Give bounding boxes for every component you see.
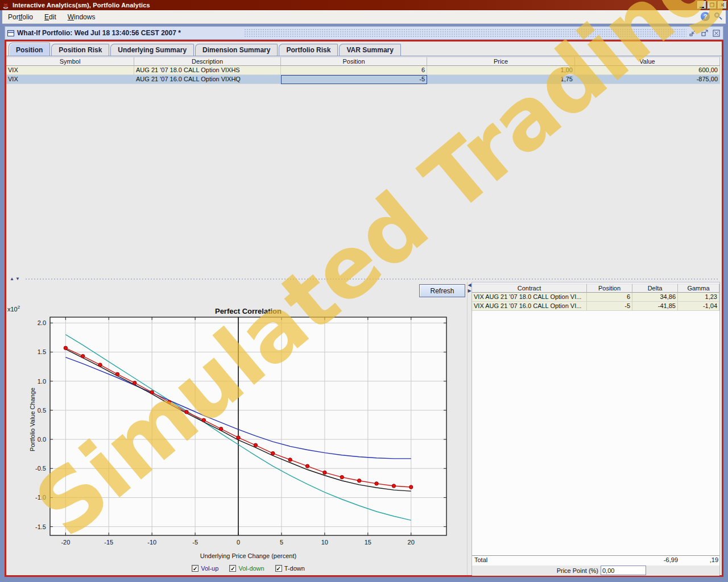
checkbox-checked-icon[interactable] — [229, 565, 236, 572]
chart-panel: -20-15-10-5051015202.01.51.00.50.0-0.5-1… — [6, 282, 467, 575]
tab-underlying-summary[interactable]: Underlying Summary — [110, 44, 194, 56]
splitter-collapse-down-icon[interactable]: ▼ — [15, 277, 20, 281]
horizontal-splitter[interactable]: ▲ ▼ — [6, 276, 720, 282]
window-title: Interactive Analytics(sm), Portfolio Ana… — [13, 2, 150, 9]
cell-gamma[interactable]: 1,23 — [678, 293, 719, 302]
help-icon[interactable]: ? — [701, 12, 710, 21]
col-delta[interactable]: Delta — [632, 284, 678, 293]
restore-button[interactable]: ❐ — [708, 1, 717, 9]
menu-bar: Portfolio Edit Windows ? — [2, 10, 726, 24]
splitter-collapse-up-icon[interactable]: ▲ — [10, 277, 14, 281]
correlation-chart: -20-15-10-5051015202.01.51.00.50.0-0.5-1… — [6, 282, 467, 575]
tab-bar: Position Position Risk Underlying Summar… — [6, 43, 722, 56]
cell-delta[interactable]: -41,85 — [632, 302, 678, 311]
svg-text:5: 5 — [280, 539, 283, 546]
cell-symbol[interactable]: VIX — [6, 75, 134, 84]
svg-text:-1.5: -1.5 — [35, 523, 46, 530]
col-description[interactable]: Description — [134, 57, 281, 66]
internal-frame-titlebar[interactable]: What-If Portfolio: Wed Jul 18 13:40:56 C… — [5, 26, 723, 40]
price-point-input[interactable] — [601, 566, 646, 575]
table-row[interactable]: VIX AUG 21 '07 18.0 CALL Option VI... 6 … — [472, 293, 719, 302]
refresh-button[interactable]: Refresh — [419, 284, 465, 297]
close-icon — [713, 30, 720, 37]
menu-windows[interactable]: Windows — [62, 11, 101, 23]
title-bar: Interactive Analytics(sm), Portfolio Ana… — [0, 0, 728, 10]
application-window: Interactive Analytics(sm), Portfolio Ana… — [0, 0, 728, 582]
menu-portfolio[interactable]: Portfolio — [2, 11, 39, 23]
cell-gamma[interactable]: -1,04 — [678, 302, 719, 311]
tab-position-risk[interactable]: Position Risk — [51, 44, 109, 56]
internal-frame-title: What-If Portfolio: Wed Jul 18 13:40:56 C… — [17, 29, 181, 37]
cell-position[interactable]: 6 — [281, 66, 427, 75]
col-symbol[interactable]: Symbol — [6, 57, 134, 66]
table-row-selected[interactable]: VIX AUG 21 '07 16.0 CALL Option VIXHQ -5… — [6, 75, 720, 84]
axis-scale-note: x102 — [7, 305, 20, 313]
cell-description[interactable]: AUG 21 '07 16.0 CALL Option VIXHQ — [134, 75, 281, 84]
cell-price[interactable]: 1,75 — [427, 75, 575, 84]
svg-text:20: 20 — [408, 539, 415, 546]
cell-delta[interactable]: 34,86 — [632, 293, 678, 302]
col-value[interactable]: Value — [575, 57, 720, 66]
svg-text:-10: -10 — [147, 539, 156, 546]
svg-text:-0.5: -0.5 — [35, 465, 46, 472]
splitter-collapse-right-icon[interactable]: ▶ — [468, 289, 471, 293]
cell-description[interactable]: AUG 21 '07 18.0 CALL Option VIXHS — [134, 66, 281, 75]
menu-edit[interactable]: Edit — [39, 11, 62, 23]
x-axis-label: Underlying Price Change (percent) — [50, 552, 446, 559]
tab-dimension-summary[interactable]: Dimension Summary — [195, 44, 278, 56]
col-price[interactable]: Price — [427, 57, 575, 66]
svg-text:1.5: 1.5 — [38, 348, 46, 355]
maximize-icon — [701, 30, 708, 37]
price-point-label: Price Point (%) — [472, 567, 598, 574]
frame-close-button[interactable] — [712, 28, 721, 38]
cell-contract[interactable]: VIX AUG 21 '07 18.0 CALL Option VI... — [472, 293, 587, 302]
splitter-collapse-left-icon[interactable]: ◀ — [468, 283, 471, 288]
minimize-icon — [689, 30, 696, 37]
cell-position[interactable]: 6 — [587, 293, 632, 302]
cell-value[interactable]: -875,00 — [575, 75, 720, 84]
frame-icon — [7, 30, 14, 36]
total-gamma: ,19 — [678, 556, 719, 565]
tab-position[interactable]: Position — [9, 43, 50, 56]
col-position[interactable]: Position — [281, 57, 427, 66]
series-toggles: Vol-up Vol-down T-down — [50, 565, 446, 572]
svg-text:0.0: 0.0 — [38, 436, 46, 443]
checkbox-checked-icon[interactable] — [275, 565, 282, 572]
col-contract[interactable]: Contract — [472, 284, 587, 293]
risk-table-header: Contract Position Delta Gamma — [472, 284, 719, 293]
checkbox-vol-up[interactable]: Vol-up — [192, 565, 218, 572]
svg-text:2.0: 2.0 — [38, 319, 46, 326]
tab-portfolio-risk[interactable]: Portfolio Risk — [279, 44, 338, 56]
total-delta: -6,99 — [632, 556, 678, 565]
chart-title: Perfect Correlation — [50, 307, 446, 315]
cell-position[interactable]: -5 — [587, 302, 632, 311]
svg-text:0.5: 0.5 — [38, 407, 46, 414]
svg-text:1.0: 1.0 — [38, 378, 46, 385]
checkbox-checked-icon[interactable] — [192, 565, 198, 572]
checkbox-t-down[interactable]: T-down — [275, 565, 305, 572]
table-row[interactable]: VIX AUG 21 '07 18.0 CALL Option VIXHS 6 … — [6, 66, 720, 75]
frame-maximize-button[interactable] — [700, 28, 709, 38]
search-icon[interactable] — [713, 12, 722, 21]
minimize-button[interactable] — [697, 1, 706, 9]
table-row[interactable]: VIX AUG 21 '07 16.0 CALL Option VI... -5… — [472, 302, 719, 311]
tab-var-summary[interactable]: VAR Summary — [339, 44, 400, 56]
svg-text:15: 15 — [365, 539, 371, 546]
col-gamma[interactable]: Gamma — [678, 284, 719, 293]
cell-contract[interactable]: VIX AUG 21 '07 16.0 CALL Option VI... — [472, 302, 587, 311]
java-icon — [1, 1, 10, 9]
col-position[interactable]: Position — [587, 284, 632, 293]
cell-value[interactable]: 600,00 — [575, 66, 720, 75]
total-label: Total — [472, 556, 587, 565]
close-button[interactable]: ✕ — [718, 1, 727, 9]
cell-symbol[interactable]: VIX — [6, 66, 134, 75]
checkbox-vol-down[interactable]: Vol-down — [229, 565, 264, 572]
frame-minimize-button[interactable] — [688, 28, 697, 38]
vertical-splitter[interactable]: ◀ ▶ — [467, 282, 471, 575]
simulated-trading-frame: Position Position Risk Underlying Summar… — [5, 40, 723, 577]
svg-text:-5: -5 — [192, 539, 198, 546]
y-axis-label: Portfolio Value Change — [29, 374, 36, 465]
cell-price[interactable]: 1,00 — [427, 66, 575, 75]
cell-position-focused[interactable]: -5 — [281, 75, 427, 84]
totals-row: Total -6,99 ,19 — [472, 555, 719, 565]
